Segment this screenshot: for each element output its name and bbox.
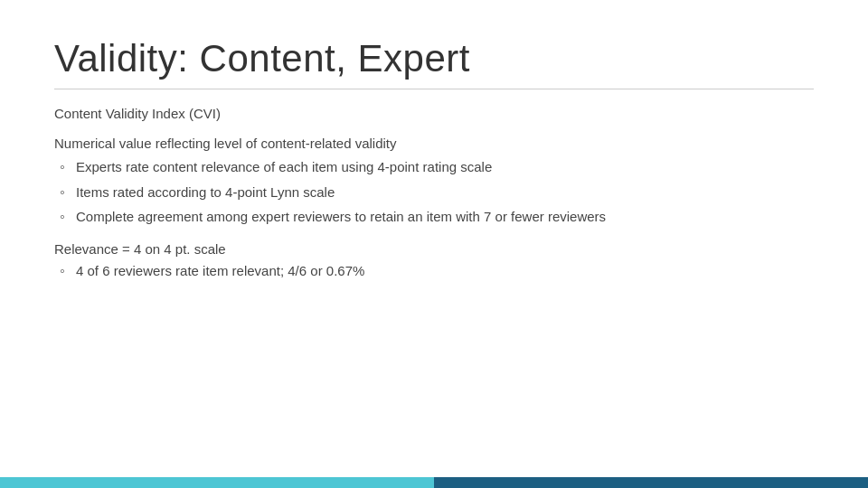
list-item: Items rated according to 4-point Lynn sc… [54, 182, 814, 202]
title-divider [54, 89, 814, 89]
description: Numerical value reflecting level of cont… [54, 136, 814, 151]
slide-container: Validity: Content, Expert Content Validi… [0, 0, 868, 488]
list-item: Experts rate content relevance of each i… [54, 156, 814, 177]
subtitle: Content Validity Index (CVI) [54, 106, 814, 121]
slide-title: Validity: Content, Expert [54, 36, 814, 81]
list-item: Complete agreement among expert reviewer… [54, 206, 814, 227]
bottom-bar-left [0, 477, 434, 488]
relevance-section: Relevance = 4 on 4 pt. scale 4 of 6 revi… [54, 241, 814, 281]
relevance-title: Relevance = 4 on 4 pt. scale [54, 241, 814, 257]
bullet-list: Experts rate content relevance of each i… [54, 156, 814, 227]
relevance-bullet-list: 4 of 6 reviewers rate item relevant; 4/6… [54, 260, 814, 281]
relevance-bullet-item: 4 of 6 reviewers rate item relevant; 4/6… [54, 260, 814, 281]
bottom-bar-right [434, 477, 868, 488]
